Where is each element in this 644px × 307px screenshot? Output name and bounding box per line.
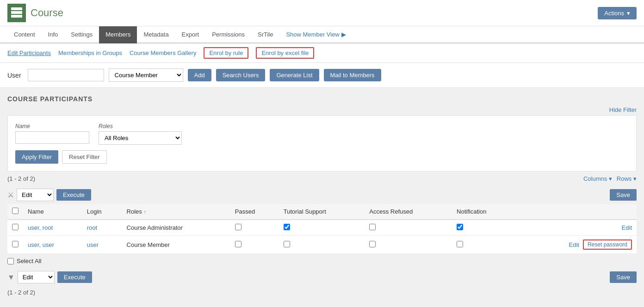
subnav-edit-participants[interactable]: Edit Participants (7, 49, 51, 56)
logo-icon (10, 6, 23, 19)
select-all-checkbox-header[interactable] (12, 208, 19, 214)
row2-name-cell: user, user (23, 236, 82, 254)
row2-name: user, user (28, 241, 54, 248)
row1-tutorial-cell (279, 220, 365, 236)
save-button-top[interactable]: Save (610, 189, 637, 201)
edit-select-bottom[interactable]: Edit Delete (18, 271, 55, 283)
row1-tutorial-checkbox[interactable] (284, 224, 290, 230)
tab-info[interactable]: Info (42, 26, 65, 43)
generate-list-button[interactable]: Generate List (270, 69, 319, 81)
roles-sort-icon[interactable]: ↑ (143, 209, 146, 215)
tab-srtile[interactable]: SrTile (251, 26, 279, 43)
row2-notification-cell (452, 236, 517, 254)
col-header-notification: Notification (452, 204, 517, 220)
row1-access-cell (365, 220, 452, 236)
enrol-by-rule-button[interactable]: Enrol by rule (204, 47, 248, 59)
tab-show-member-view[interactable]: Show Member View ▶ (279, 26, 352, 43)
row2-notification-checkbox[interactable] (457, 241, 463, 247)
enrol-by-excel-button[interactable]: Enrol by excel file (256, 47, 314, 59)
row1-actions-cell: Edit (517, 220, 637, 236)
hide-filter-link[interactable]: Hide Filter (609, 106, 637, 113)
execute-button-bottom[interactable]: Execute (57, 271, 92, 283)
row1-role-cell: Course Administrator (122, 220, 230, 236)
row2-edit-link[interactable]: Edit (569, 241, 579, 248)
table-row: user, root root Course Administrator (7, 220, 637, 236)
execute-button-top[interactable]: Execute (56, 189, 91, 201)
tab-export[interactable]: Export (175, 26, 206, 43)
filter-roles-select[interactable]: All Roles Course Administrator Course Me… (99, 131, 182, 145)
reset-password-button[interactable]: Reset password (583, 239, 632, 250)
col-header-check (7, 204, 23, 220)
row1-check-cell (7, 220, 23, 236)
row2-login-cell: user (82, 236, 122, 254)
row1-access-checkbox[interactable] (369, 224, 376, 230)
tab-metadata[interactable]: Metadata (137, 26, 175, 43)
row1-notification-checkbox[interactable] (457, 224, 463, 230)
row2-checkbox[interactable] (12, 241, 19, 247)
row2-tutorial-checkbox[interactable] (284, 241, 290, 247)
row1-name: user, root (28, 224, 53, 231)
row1-login: root (87, 224, 97, 231)
table-body: user, root root Course Administrator (7, 220, 637, 254)
select-all-label[interactable]: Select All (17, 258, 41, 264)
action-row-top: ⚔ Edit Delete Execute Save (7, 186, 637, 204)
row1-passed-cell (230, 220, 279, 236)
filter-header: Hide Filter (0, 106, 644, 115)
role-select[interactable]: Course Member Course Administrator Tutor (109, 68, 183, 82)
row1-checkbox[interactable] (12, 224, 19, 230)
search-users-button[interactable]: Search Users (216, 69, 266, 81)
tab-settings[interactable]: Settings (64, 26, 99, 43)
chevron-right-icon: ▶ (341, 31, 346, 38)
user-input[interactable] (28, 69, 104, 81)
section-heading: COURSE PARTICIPANTS (0, 88, 644, 106)
col-header-login: Login (82, 204, 122, 220)
add-button[interactable]: Add (188, 69, 211, 81)
columns-chevron-icon: ▾ (609, 175, 612, 182)
subnav-memberships-groups[interactable]: Memberships in Groups (58, 49, 122, 56)
bottom-left: ▼ Edit Delete Execute (7, 271, 92, 283)
svg-rect-2 (11, 15, 22, 18)
edit-select-top[interactable]: Edit Delete (17, 189, 54, 201)
col-header-tutorial-support: Tutorial Support (279, 204, 365, 220)
filter-roles-label: Roles (99, 123, 182, 129)
rows-button[interactable]: Rows ▾ (617, 175, 637, 182)
table-row: user, user user Course Member (7, 236, 637, 254)
filter-buttons: Apply Filter Reset Filter (15, 150, 629, 164)
tab-members[interactable]: Members (99, 26, 137, 43)
row2-tutorial-cell (279, 236, 365, 254)
mail-to-members-button[interactable]: Mail to Members (324, 69, 381, 81)
svg-rect-1 (11, 11, 22, 14)
col-header-name: Name (23, 204, 82, 220)
tab-permissions[interactable]: Permissions (205, 26, 251, 43)
apply-filter-button[interactable]: Apply Filter (15, 150, 58, 164)
row2-passed-checkbox[interactable] (235, 241, 242, 247)
row1-edit-link[interactable]: Edit (622, 224, 632, 231)
table-top-controls: (1 - 2 of 2) Columns ▾ Rows ▾ (7, 172, 637, 186)
filter-section: Name Roles All Roles Course Administrato… (7, 115, 637, 172)
filter-name-input[interactable] (15, 131, 89, 144)
save-button-bottom[interactable]: Save (610, 271, 637, 283)
row2-access-cell (365, 236, 452, 254)
subnav-course-members-gallery[interactable]: Course Members Gallery (130, 49, 197, 56)
row2-check-cell (7, 236, 23, 254)
user-label: User (7, 72, 21, 79)
result-count-top: (1 - 2 of 2) (7, 175, 35, 182)
row1-passed-checkbox[interactable] (235, 224, 242, 230)
svg-rect-0 (11, 7, 22, 10)
row1-action-cell-inner: Edit (521, 224, 632, 231)
user-row: User Course Member Course Administrator … (0, 63, 644, 88)
actions-button[interactable]: Actions ▾ (598, 7, 637, 19)
app-logo (7, 4, 26, 22)
select-all-checkbox-bottom[interactable] (7, 258, 14, 264)
data-table: Name Login Roles ↑ Passed Tutorial Suppo… (7, 204, 637, 254)
columns-button[interactable]: Columns ▾ (583, 175, 612, 182)
row1-login-cell: root (82, 220, 122, 236)
filter-roles-field: Roles All Roles Course Administrator Cou… (99, 123, 182, 145)
tab-content[interactable]: Content (7, 26, 42, 43)
row2-role: Course Member (127, 241, 170, 248)
col-header-roles: Roles ↑ (122, 204, 230, 220)
row2-access-checkbox[interactable] (369, 241, 376, 247)
table-section: (1 - 2 of 2) Columns ▾ Rows ▾ ⚔ Edit Del… (7, 172, 637, 298)
reset-filter-button[interactable]: Reset Filter (62, 150, 106, 164)
subnav: Edit Participants Memberships in Groups … (0, 43, 644, 63)
